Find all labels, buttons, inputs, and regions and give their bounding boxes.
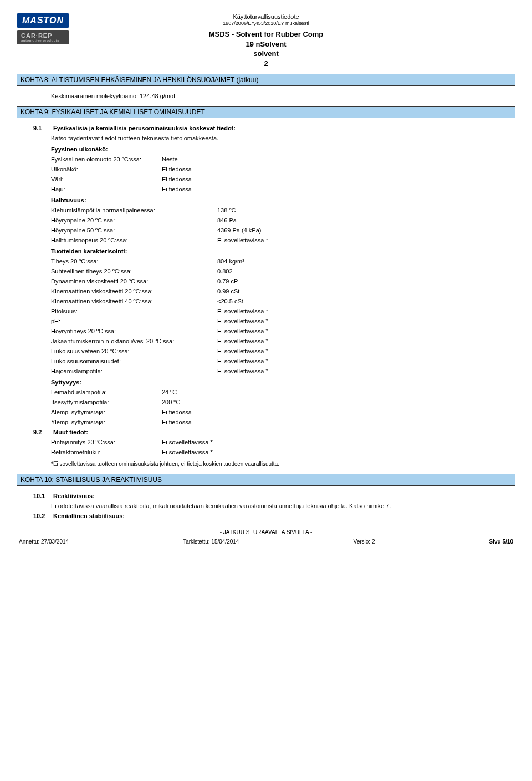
mw-value: 124.48 g/mol <box>140 93 175 99</box>
doc-title-line1: MSDS - Solvent for Rubber Comp <box>17 29 515 39</box>
phys-state-value: Neste <box>162 156 178 163</box>
partition-coef-value: Ei sovellettavissa * <box>217 338 268 344</box>
boiling-point-label: Kiehumislämpötila normaalipaineessa: <box>51 207 217 214</box>
vapor-pressure-20-label: Höyrynpaine 20 ºC:ssa: <box>51 217 217 224</box>
refractometer-value: Ei sovellettavissa * <box>162 449 213 455</box>
vapor-density-label: Höyryntiheys 20 ºC:ssa: <box>51 328 217 334</box>
partition-coef-label: Jakaantumiskerroin n-oktanoli/vesi 20 ºC… <box>51 338 217 344</box>
logo-carrep-text: CAR·REP <box>21 32 53 39</box>
footer-page: Sivu 5/10 <box>489 539 513 545</box>
section-9-2-num: 9.2 <box>33 429 53 435</box>
section-10-1-text: Ei odotettavissa vaarallisia reaktioita,… <box>51 503 514 509</box>
applicability-note: *Ei sovellettavissa tuotteen ominaisuuks… <box>51 461 514 467</box>
logo-maston: MASTON <box>17 13 69 28</box>
doc-regulation: 1907/2006/EY,453/2010/EY mukaisesti <box>17 21 515 26</box>
doc-title-line3: solvent <box>17 49 515 59</box>
ph-label: pH: <box>51 318 217 324</box>
upper-flam-limit-value: Ei tiedossa <box>162 419 192 425</box>
doc-type: Käyttöturvallisuustiedote <box>17 13 515 20</box>
density-value: 804 kg/m³ <box>217 258 244 265</box>
section-8-title: KOHTA 8: ALTISTUMISEN EHKÄISEMINEN JA HE… <box>17 74 515 86</box>
volatility-heading: Haihtuvuus: <box>51 197 514 204</box>
section-9-1-heading: Fysikaalisia ja kemiallisia perusominais… <box>53 125 236 131</box>
lower-flam-limit-label: Alempi syttymisraja: <box>51 409 162 415</box>
logo-carrep-sub: automotive products <box>21 39 65 42</box>
water-solubility-label: Liukoisuus veteen 20 ºC:ssa: <box>51 348 217 354</box>
phys-state-label: Fysikaalinen olomuoto 20 ºC:ssa: <box>51 156 162 163</box>
section-10-2-heading: Kemiallinen stabiilisuus: <box>53 513 125 519</box>
section-9-1-num: 9.1 <box>33 125 53 131</box>
surface-tension-value: Ei sovellettavissa * <box>162 439 213 445</box>
surface-tension-label: Pintajännitys 20 ºC:ssa: <box>51 439 162 445</box>
odor-value: Ei tiedossa <box>162 186 192 192</box>
footer-revised: Tarkistettu: 15/04/2014 <box>183 539 239 545</box>
vapor-pressure-50-label: Höyrynpaine 50 ºC:ssa: <box>51 227 217 234</box>
rel-density-value: 0.802 <box>217 268 233 275</box>
flammability-heading: Syttyvyys: <box>51 379 514 386</box>
dyn-visc-value: 0.79 cP <box>217 278 238 285</box>
characterization-heading: Tuotteiden karakterisointi: <box>51 248 514 255</box>
section-10-2-num: 10.2 <box>33 513 53 519</box>
concentration-label: Pitoisuus: <box>51 308 217 315</box>
boiling-point-value: 138 ºC <box>217 207 236 214</box>
appearance-heading: Fyysinen ulkonäkö: <box>51 146 514 153</box>
kin-visc-40-label: Kinemaattinen viskositeetti 40 ºC:ssa: <box>51 298 217 305</box>
color-label: Väri: <box>51 176 162 182</box>
concentration-value: Ei sovellettavissa * <box>217 308 268 315</box>
footer: Annettu: 27/03/2014 Tarkistettu: 15/04/2… <box>17 539 515 545</box>
decomp-temp-value: Ei sovellettavissa * <box>217 368 268 374</box>
section-10-title: KOHTA 10: STABIILISUUS JA REAKTIIVISUUS <box>17 474 515 486</box>
water-solubility-value: Ei sovellettavissa * <box>217 348 268 354</box>
footer-version: Versio: 2 <box>354 539 375 545</box>
vapor-pressure-50-value: 4369 Pa (4 kPa) <box>217 227 262 234</box>
autoignition-value: 200 ºC <box>162 399 180 405</box>
solubility-props-value: Ei sovellettavissa * <box>217 358 268 364</box>
refractometer-label: Refraktometriluku: <box>51 449 162 455</box>
upper-flam-limit-label: Ylempi syttymisraja: <box>51 419 162 425</box>
kin-visc-20-value: 0.99 cSt <box>217 288 239 295</box>
section-9-1-sub: Katso täydentävät tiedot tuotteen teknis… <box>51 135 514 141</box>
mw-label: Keskimääräinen molekyylipaino: <box>51 93 140 99</box>
footer-issued: Annettu: 27/03/2014 <box>19 539 69 545</box>
flash-point-label: Leimahduslämpötila: <box>51 389 162 395</box>
rel-density-label: Suhteellinen tiheys 20 ºC:ssa: <box>51 268 217 275</box>
kin-visc-20-label: Kinemaattinen viskositeetti 20 ºC:ssa: <box>51 288 217 295</box>
density-label: Tiheys 20 ºC:ssa: <box>51 258 217 265</box>
decomp-temp-label: Hajoamislämpötila: <box>51 368 217 374</box>
evap-rate-value: Ei sovellettavissa * <box>217 237 268 244</box>
solubility-props-label: Liukoissuusominaisuudet: <box>51 358 217 364</box>
doc-title-line4: 2 <box>17 59 515 69</box>
logos: MASTON CAR·REP automotive products <box>17 13 69 44</box>
section-10-1-num: 10.1 <box>33 493 53 499</box>
autoignition-label: Itsesyttymislämpötila: <box>51 399 162 405</box>
ph-value: Ei sovellettavissa * <box>217 318 268 324</box>
evap-rate-label: Haihtumisnopeus 20 ºC:ssa: <box>51 237 217 244</box>
odor-label: Haju: <box>51 186 162 192</box>
dyn-visc-label: Dynaaminen viskositeetti 20 ºC:ssa: <box>51 278 217 285</box>
document-header: MASTON CAR·REP automotive products Käytt… <box>17 13 515 68</box>
doc-title-line2: 19 nSolvent <box>17 39 515 49</box>
kin-visc-40-value: <20.5 cSt <box>217 298 243 305</box>
continued-next-page: - JATKUU SEURAAVALLA SIVULLA - <box>17 529 515 535</box>
vapor-density-value: Ei sovellettavissa * <box>217 328 268 334</box>
section-10-1-heading: Reaktiivisuus: <box>53 493 95 499</box>
look-label: Ulkonäkö: <box>51 166 162 173</box>
look-value: Ei tiedossa <box>162 166 192 173</box>
section-9-title: KOHTA 9: FYSIKAALISET JA KEMIALLISET OMI… <box>17 106 515 118</box>
lower-flam-limit-value: Ei tiedossa <box>162 409 192 415</box>
vapor-pressure-20-value: 846 Pa <box>217 217 237 224</box>
color-value: Ei tiedossa <box>162 176 192 182</box>
section-9-2-heading: Muut tiedot: <box>53 429 88 435</box>
logo-carrep: CAR·REP automotive products <box>17 30 69 44</box>
flash-point-value: 24 ºC <box>162 389 177 395</box>
